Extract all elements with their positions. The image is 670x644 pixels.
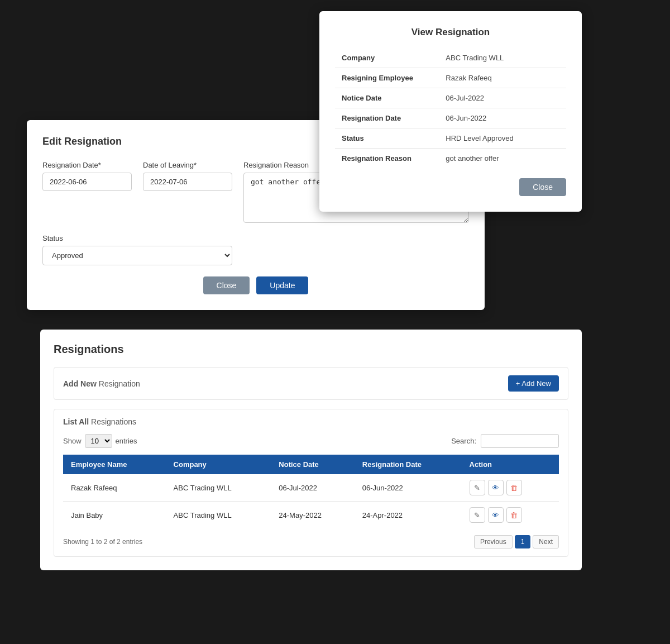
view-field-label: Status	[335, 128, 439, 149]
resignations-table: Employee NameCompanyNotice DateResignati…	[63, 455, 559, 528]
table-col-header: Resignation Date	[355, 455, 462, 474]
delete-action-button[interactable]: 🗑	[506, 507, 522, 523]
cell-notice-date: 24-May-2022	[271, 502, 355, 529]
edit-panel-footer: Close Update	[42, 276, 469, 294]
view-field-value: HRD Level Approved	[439, 128, 566, 149]
view-details-table: CompanyABC Trading WLLResigning Employee…	[335, 48, 566, 168]
pagination: Previous 1 Next	[474, 535, 559, 548]
search-input[interactable]	[481, 434, 559, 448]
form-row-status: Status Approved	[42, 234, 469, 265]
showing-text: Showing 1 to 2 of 2 entries	[63, 538, 142, 546]
edit-update-button[interactable]: Update	[256, 276, 308, 294]
prev-button[interactable]: Previous	[474, 535, 513, 548]
view-field-label: Notice Date	[335, 88, 439, 108]
date-of-leaving-input[interactable]	[143, 173, 232, 191]
view-field-value: 06-Jun-2022	[439, 108, 566, 128]
view-field-label: Resigning Employee	[335, 68, 439, 88]
cell-employee-name: Jain Baby	[63, 502, 166, 529]
view-modal-title: View Resignation	[335, 27, 566, 38]
view-resignation-modal: View Resignation CompanyABC Trading WLLR…	[319, 11, 582, 212]
view-field-label: Resignation Date	[335, 108, 439, 128]
add-new-section: Add New Resignation + Add New	[54, 367, 568, 400]
table-header-row: Employee NameCompanyNotice DateResignati…	[63, 455, 559, 474]
entries-select[interactable]: 10	[85, 434, 112, 448]
list-section: List All Resignations Show 10 entries Se…	[54, 409, 568, 557]
cell-employee-name: Razak Rafeeq	[63, 474, 166, 502]
table-row: Jain Baby ABC Trading WLL 24-May-2022 24…	[63, 502, 559, 529]
date-of-leaving-group: Date of Leaving*	[143, 161, 232, 223]
search-label: Search:	[451, 437, 476, 445]
view-table-row: CompanyABC Trading WLL	[335, 48, 566, 68]
resignations-title: Resignations	[54, 343, 568, 356]
view-field-label: Resignation Reason	[335, 149, 439, 169]
edit-close-button[interactable]: Close	[203, 276, 250, 294]
action-buttons: ✎ 👁 🗑	[470, 507, 551, 523]
view-table-row: StatusHRD Level Approved	[335, 128, 566, 149]
view-action-button[interactable]: 👁	[488, 480, 504, 495]
cell-action: ✎ 👁 🗑	[462, 502, 559, 529]
delete-action-button[interactable]: 🗑	[506, 480, 522, 495]
cell-resignation-date: 06-Jun-2022	[355, 474, 462, 502]
resignation-date-input[interactable]	[42, 173, 132, 191]
view-table-row: Resignation Date06-Jun-2022	[335, 108, 566, 128]
search-box: Search:	[451, 434, 559, 448]
table-body: Razak Rafeeq ABC Trading WLL 06-Jul-2022…	[63, 474, 559, 528]
view-table-row: Notice Date06-Jul-2022	[335, 88, 566, 108]
resignation-date-group: Resignation Date*	[42, 161, 132, 223]
add-new-button[interactable]: + Add New	[508, 375, 559, 392]
edit-action-button[interactable]: ✎	[470, 507, 485, 523]
status-group: Status Approved	[42, 234, 232, 265]
view-field-value: got another offer	[439, 149, 566, 169]
table-footer: Showing 1 to 2 of 2 entries Previous 1 N…	[63, 535, 559, 548]
list-header: List All Resignations	[63, 417, 559, 426]
show-label: Show	[63, 437, 82, 445]
view-table-row: Resignation Reasongot another offer	[335, 149, 566, 169]
view-table-row: Resigning EmployeeRazak Rafeeq	[335, 68, 566, 88]
date-of-leaving-label: Date of Leaving*	[143, 161, 232, 169]
view-modal-footer: Close	[335, 178, 566, 196]
cell-notice-date: 06-Jul-2022	[271, 474, 355, 502]
status-label: Status	[42, 234, 232, 242]
resignations-panel: Resignations Add New Resignation + Add N…	[40, 330, 582, 570]
list-controls: Show 10 entries Search:	[63, 434, 559, 448]
table-col-header: Employee Name	[63, 455, 166, 474]
cell-action: ✎ 👁 🗑	[462, 474, 559, 502]
show-entries: Show 10 entries	[63, 434, 137, 448]
table-col-header: Notice Date	[271, 455, 355, 474]
view-field-value: 06-Jul-2022	[439, 88, 566, 108]
table-col-header: Company	[166, 455, 271, 474]
view-action-button[interactable]: 👁	[488, 507, 504, 523]
entries-label: entries	[116, 437, 137, 445]
cell-resignation-date: 24-Apr-2022	[355, 502, 462, 529]
next-button[interactable]: Next	[533, 535, 559, 548]
table-head: Employee NameCompanyNotice DateResignati…	[63, 455, 559, 474]
edit-action-button[interactable]: ✎	[470, 480, 485, 495]
cell-company: ABC Trading WLL	[166, 502, 271, 529]
view-field-value: Razak Rafeeq	[439, 68, 566, 88]
action-buttons: ✎ 👁 🗑	[470, 480, 551, 495]
view-field-label: Company	[335, 48, 439, 68]
view-close-button[interactable]: Close	[519, 178, 566, 196]
table-col-header: Action	[462, 455, 559, 474]
add-new-label: Add New Resignation	[63, 379, 140, 388]
resignation-date-label: Resignation Date*	[42, 161, 132, 169]
page-1-button[interactable]: 1	[515, 535, 531, 548]
table-row: Razak Rafeeq ABC Trading WLL 06-Jul-2022…	[63, 474, 559, 502]
view-field-value: ABC Trading WLL	[439, 48, 566, 68]
cell-company: ABC Trading WLL	[166, 474, 271, 502]
status-select[interactable]: Approved	[42, 246, 232, 265]
